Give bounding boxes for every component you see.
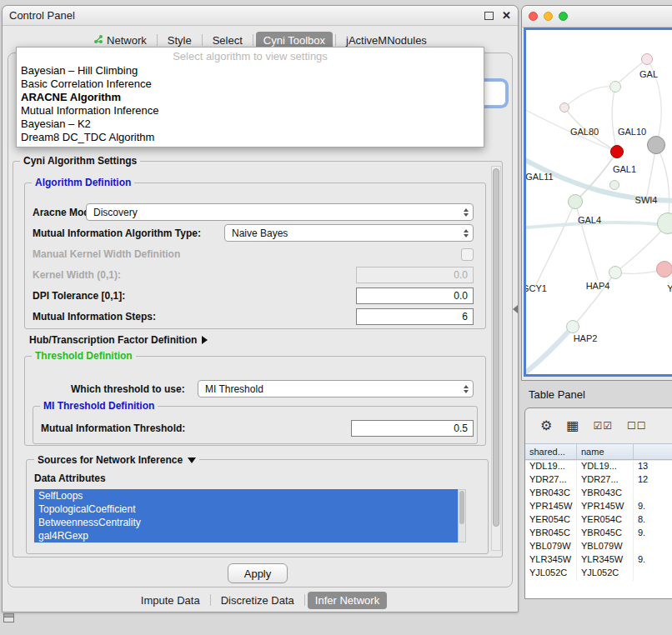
tab-discretize-data[interactable]: Discretize Data <box>213 592 302 609</box>
algorithm-dropdown-popup: Select algorithm to view settings Bayesi… <box>16 47 484 148</box>
table-header-row: shared...name <box>525 443 672 460</box>
table-row[interactable]: YBR043CYBR043C <box>525 488 672 501</box>
manual-kernel-label: Manual Kernel Width Definition <box>33 248 180 260</box>
table-body: YDL19...YDL19...13YDR27...YDR27...12YBR0… <box>525 461 672 598</box>
popup-item-basic-correlation-inference[interactable]: Basic Correlation Inference <box>17 78 484 91</box>
column-header-name[interactable]: name <box>577 444 634 459</box>
network-view-window: GALGAL80GAL10GAL11GAL1SWI4GAL4GCY1HAP4YH… <box>521 5 672 381</box>
attribute-item-topologicalcoefficient[interactable]: TopologicalCoefficient <box>34 502 458 516</box>
table-cell: 9. <box>634 554 672 568</box>
column-header-shared[interactable]: shared... <box>525 444 577 459</box>
float-window-button[interactable] <box>484 12 494 20</box>
attributes-scrollbar[interactable] <box>458 489 466 542</box>
gear-icon[interactable]: ⚙ <box>540 419 552 432</box>
network-node[interactable] <box>568 194 583 209</box>
minimize-traffic-light[interactable] <box>544 12 553 21</box>
tab-separator <box>304 594 305 606</box>
table-row[interactable]: YBR045CYBR045C9. <box>525 528 672 541</box>
settings-scrollbar[interactable] <box>491 166 501 551</box>
tab-label: Select <box>213 34 243 47</box>
tab-separator <box>157 34 158 46</box>
network-node[interactable] <box>609 180 619 190</box>
network-node[interactable] <box>610 145 624 158</box>
manual-kernel-checkbox <box>461 248 474 261</box>
data-attributes-list: SelfLoopsTopologicalCoefficientBetweenne… <box>34 489 458 542</box>
close-icon[interactable]: ✕ <box>502 10 511 21</box>
select-all-checkboxes-icon[interactable]: ☑☑ <box>593 421 613 431</box>
popup-item-aracne-algorithm[interactable]: ARACNE Algorithm <box>17 91 484 104</box>
table-row[interactable]: YPR145WYPR145W9. <box>525 501 672 514</box>
tab-separator <box>335 34 336 46</box>
table-cell: YJL052C <box>525 568 577 581</box>
network-node[interactable] <box>647 136 665 154</box>
column-header-col2[interactable] <box>634 444 672 459</box>
network-node-label: GAL <box>639 69 658 79</box>
columns-icon[interactable]: ▦ <box>566 419 579 432</box>
network-node[interactable] <box>559 102 569 112</box>
popup-item-dream8-dc-tdc-algorithm[interactable]: Dream8 DC_TDC Algorithm <box>17 131 484 144</box>
network-node-label: HAP2 <box>574 333 598 343</box>
tab-separator <box>253 34 253 46</box>
network-node[interactable] <box>641 53 653 65</box>
table-row[interactable]: YER054CYER054C8. <box>525 514 672 528</box>
attribute-item-betweennesscentrality[interactable]: BetweennessCentrality <box>34 516 458 529</box>
aracne-mode-select[interactable]: Discovery <box>86 203 474 221</box>
table-cell: YJL052C <box>577 568 634 581</box>
tab-label: jActiveMNodules <box>346 34 427 47</box>
desktop: { "control": { "title": "Control Panel",… <box>0 0 672 635</box>
stepper-arrows-icon <box>459 381 473 397</box>
table-row[interactable]: YLR345WYLR345W9. <box>525 554 672 568</box>
attribute-item-selfloops[interactable]: SelfLoops <box>34 489 458 502</box>
data-attributes-label: Data Attributes <box>34 472 106 484</box>
popup-item-bayesian-k2[interactable]: Bayesian – K2 <box>17 118 484 131</box>
settings-scrollbar-thumb[interactable] <box>493 168 499 527</box>
attributes-scrollbar-thumb[interactable] <box>459 491 464 524</box>
which-threshold-select[interactable]: MI Threshold <box>198 380 474 398</box>
table-row[interactable]: YJL052CYJL052C <box>525 568 672 581</box>
sources-toggle[interactable]: Sources for Network Inference <box>34 454 199 466</box>
tab-infer-network[interactable]: Infer Network <box>308 592 387 609</box>
settings-group-title: Cyni Algorithm Settings <box>20 155 140 167</box>
table-row[interactable]: YDR27...YDR27...12 <box>525 474 672 488</box>
popup-item-bayesian-hill-climbing[interactable]: Bayesian – Hill Climbing <box>17 64 484 78</box>
network-canvas-frame: GALGAL80GAL10GAL11GAL1SWI4GAL4GCY1HAP4YH… <box>524 28 672 377</box>
which-threshold-value: MI Threshold <box>205 383 263 395</box>
tab-separator <box>202 34 203 46</box>
tab-label: Cyni Toolbox <box>263 34 325 47</box>
table-row[interactable]: YBL079WYBL079W <box>525 541 672 554</box>
zoom-traffic-light[interactable] <box>559 12 568 21</box>
table-cell: YBL079W <box>525 541 577 554</box>
bottom-tabbar: Impute DataDiscretize DataInfer Network <box>3 590 518 610</box>
network-icon <box>93 34 103 47</box>
dpi-tolerance-field[interactable]: 0.0 <box>356 288 474 304</box>
attribute-item-gal4rgexp[interactable]: gal4RGexp <box>34 529 458 542</box>
tab-impute-data[interactable]: Impute Data <box>133 592 208 609</box>
table-row[interactable]: YDL19...YDL19...13 <box>525 461 672 474</box>
table-cell: YDR27... <box>577 474 634 488</box>
deselect-all-checkboxes-icon[interactable]: ☐☐ <box>627 421 647 431</box>
network-node[interactable] <box>609 266 622 279</box>
table-cell: 12 <box>634 474 672 488</box>
mi-threshold-group-title: MI Threshold Definition <box>40 400 158 412</box>
table-cell: YDR27... <box>525 474 577 488</box>
apply-button[interactable]: Apply <box>228 563 288 583</box>
network-node-label: Y <box>667 283 672 293</box>
popup-item-mutual-information-inference[interactable]: Mutual Information Inference <box>17 104 484 118</box>
mi-type-label: Mutual Information Algorithm Type: <box>33 228 201 239</box>
dock-panel-icon[interactable] <box>3 613 14 622</box>
which-threshold-label: Which threshold to use: <box>71 383 185 395</box>
close-traffic-light[interactable] <box>529 12 538 21</box>
table-cell: YBR045C <box>577 528 634 541</box>
network-node[interactable] <box>609 81 621 92</box>
mi-threshold-field[interactable]: 0.5 <box>351 420 474 437</box>
hub-section-toggle[interactable]: Hub/Transcription Factor Definition <box>29 334 208 346</box>
mi-type-select[interactable]: Naive Bayes <box>224 224 474 242</box>
network-canvas[interactable]: GALGAL80GAL10GAL11GAL1SWI4GAL4GCY1HAP4YH… <box>526 30 672 374</box>
network-node-label: GAL1 <box>613 164 636 174</box>
network-node[interactable] <box>566 320 579 333</box>
mi-steps-label: Mutual Information Steps: <box>33 311 156 322</box>
kernel-width-field: 0.0 <box>356 267 474 283</box>
network-node[interactable] <box>656 261 672 278</box>
mi-steps-field[interactable]: 6 <box>356 308 474 325</box>
panel-splitter-arrow[interactable] <box>513 305 518 313</box>
